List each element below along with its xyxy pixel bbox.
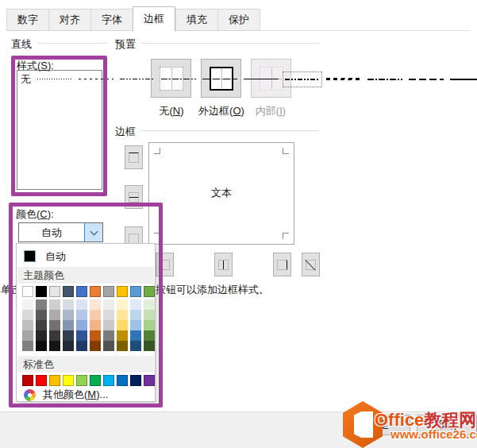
color-swatch[interactable] [103,375,114,386]
color-swatch[interactable] [49,310,60,320]
color-swatch[interactable] [63,341,74,351]
color-swatch[interactable] [144,341,155,351]
color-swatch[interactable] [63,286,74,297]
color-swatch[interactable] [22,330,33,341]
color-swatch[interactable] [49,299,60,310]
color-swatch[interactable] [49,375,60,386]
color-swatch[interactable] [76,286,87,297]
tab-protection[interactable]: 保护 [217,9,260,31]
color-swatch[interactable] [117,341,128,351]
inner-vertical-border-button[interactable] [214,253,233,276]
color-swatch[interactable] [144,299,155,310]
color-swatch[interactable] [103,341,114,351]
color-combobox-arrow[interactable] [84,223,102,241]
line-style-dash-dot-dot[interactable] [117,71,158,88]
color-swatch[interactable] [144,320,155,330]
color-swatch[interactable] [63,375,74,386]
tab-border[interactable]: 边框 [133,6,175,32]
color-swatch[interactable] [130,330,141,341]
line-style-dashed[interactable] [199,71,240,88]
color-swatch[interactable] [117,320,128,330]
color-swatch[interactable] [130,310,141,320]
color-swatch[interactable] [36,310,47,320]
line-style-thin-solid[interactable] [240,71,282,88]
color-swatch[interactable] [130,286,141,297]
color-swatch[interactable] [130,341,141,351]
color-swatch[interactable] [49,320,60,330]
line-style-medium-dash-dot-dot[interactable] [282,71,323,88]
color-swatch[interactable] [22,375,33,386]
inner-horizontal-border-button[interactable] [125,185,143,209]
tab-number[interactable]: 数字 [6,9,49,31]
color-swatch[interactable] [36,375,47,386]
line-style-hairline-dotted[interactable] [34,71,75,88]
left-border-button[interactable] [156,253,174,276]
line-style-none[interactable]: 无 [17,71,34,88]
color-swatch[interactable] [49,286,60,297]
line-style-list[interactable]: 无 [17,70,102,190]
color-swatch[interactable] [22,310,33,320]
color-combobox[interactable]: 自动 [18,222,103,242]
color-swatch[interactable] [49,330,60,341]
color-swatch[interactable] [76,299,87,310]
color-swatch[interactable] [36,299,47,310]
color-swatch[interactable] [130,320,141,330]
tab-alignment[interactable]: 对齐 [48,9,91,31]
color-swatch[interactable] [117,310,128,320]
color-swatch[interactable] [36,341,47,351]
border-preview[interactable]: 文本 [148,142,294,245]
color-swatch[interactable] [103,286,114,297]
color-swatch[interactable] [49,341,60,351]
color-swatch[interactable] [36,330,47,341]
ok-button[interactable]: 确定 [347,415,410,435]
color-swatch[interactable] [90,286,101,297]
color-swatch[interactable] [63,320,74,330]
color-swatch[interactable] [103,310,114,320]
color-swatch[interactable] [63,299,74,310]
color-swatch[interactable] [103,330,114,341]
color-swatch[interactable] [22,286,33,297]
color-swatch[interactable] [117,375,128,386]
color-swatch[interactable] [90,341,101,351]
color-swatch[interactable] [90,320,101,330]
color-swatch[interactable] [36,286,47,297]
color-swatch[interactable] [144,310,155,320]
line-style-dotted[interactable] [75,71,117,88]
color-swatch[interactable] [130,375,141,386]
color-swatch[interactable] [117,286,128,297]
color-swatch[interactable] [76,341,87,351]
color-swatch[interactable] [76,320,87,330]
tab-fill[interactable]: 填充 [175,9,218,31]
more-colors-item[interactable]: 其他颜色(M)... [17,388,155,402]
line-style-medium-solid[interactable] [447,71,477,88]
color-swatch[interactable] [63,310,74,320]
color-swatch[interactable] [103,320,114,330]
cancel-button[interactable]: 取消 [417,415,477,435]
line-style-medium-dashed[interactable] [406,71,447,88]
tab-font[interactable]: 字体 [90,9,133,31]
color-swatch[interactable] [144,286,155,297]
color-swatch[interactable] [144,375,155,386]
color-swatch[interactable] [90,299,101,310]
color-swatch[interactable] [103,299,114,310]
line-style-dash-dot[interactable] [158,71,199,88]
color-swatch[interactable] [63,330,74,341]
top-border-button[interactable] [125,145,143,169]
color-swatch[interactable] [130,299,141,310]
color-swatch[interactable] [90,330,101,341]
right-border-button[interactable] [273,253,291,276]
diagonal-down-border-button[interactable] [302,253,320,276]
line-style-slanted-dash-dot[interactable] [323,71,364,88]
color-swatch[interactable] [90,375,101,386]
color-swatch[interactable] [117,330,128,341]
color-swatch[interactable] [117,299,128,310]
color-swatch[interactable] [36,320,47,330]
line-style-medium-dash-dot[interactable] [364,71,406,88]
color-swatch[interactable] [22,320,33,330]
color-swatch[interactable] [22,299,33,310]
color-swatch[interactable] [76,375,87,386]
color-swatch[interactable] [76,330,87,341]
color-option-automatic[interactable]: 自动 [17,246,155,266]
color-swatch[interactable] [76,310,87,320]
color-swatch[interactable] [144,330,155,341]
